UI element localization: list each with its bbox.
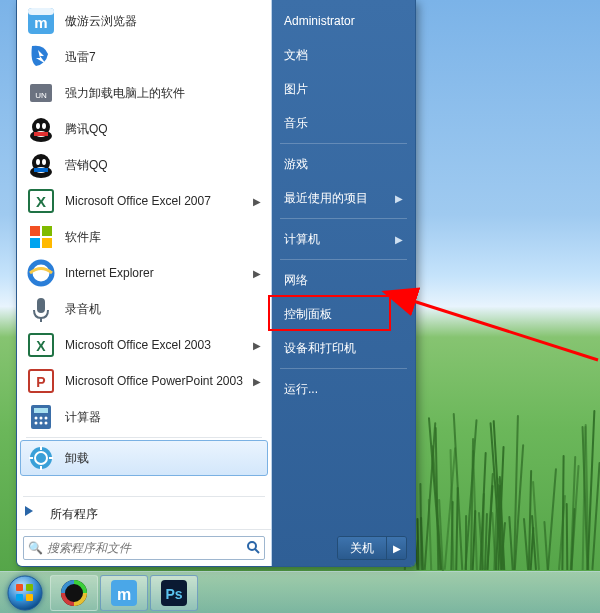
program-item-recorder[interactable]: 录音机 [20, 291, 268, 327]
calc-icon [25, 401, 57, 433]
program-item-thunder[interactable]: 迅雷7 [20, 39, 268, 75]
rightpanel-item[interactable]: 计算机▶ [272, 222, 415, 256]
svg-rect-16 [34, 168, 48, 172]
rightpanel-item[interactable]: 运行... [272, 372, 415, 406]
svg-point-35 [35, 422, 38, 425]
program-item-qq-blue[interactable]: 营销QQ [20, 147, 268, 183]
rightpanel-label: 控制面板 [284, 306, 403, 323]
submenu-arrow-icon: ▶ [395, 193, 403, 204]
program-item-qq[interactable]: 腾讯QQ [20, 111, 268, 147]
start-menu-left-panel: m傲游云浏览器迅雷7UN强力卸载电脑上的软件腾讯QQ营销QQXMicrosoft… [17, 0, 272, 566]
rightpanel-label: 音乐 [284, 115, 403, 132]
svg-rect-19 [30, 226, 40, 236]
program-item-softlib[interactable]: 软件库 [20, 219, 268, 255]
shutdown-button[interactable]: 关机 [338, 537, 386, 559]
svg-text:P: P [36, 374, 45, 390]
rightpanel-label: 计算机 [284, 231, 395, 248]
excel2003-icon: X [25, 329, 57, 361]
program-item-ppt2003[interactable]: PMicrosoft Office PowerPoint 2003▶ [20, 363, 268, 399]
separator [26, 437, 262, 438]
rightpanel-label: 文档 [284, 47, 403, 64]
all-programs-label: 所有程序 [50, 506, 98, 523]
shutdown-options-button[interactable]: ▶ [386, 537, 406, 559]
taskbar-button-photoshop-app[interactable]: Ps [150, 575, 198, 611]
softlib-icon [25, 221, 57, 253]
program-label: 傲游云浏览器 [65, 14, 263, 28]
uninstall-gear-icon [25, 442, 57, 474]
start-menu-right-panel: Administrator文档图片音乐游戏最近使用的项目▶计算机▶网络控制面板设… [272, 0, 415, 566]
taskbar-button-swirl-app[interactable] [50, 575, 98, 611]
svg-point-34 [45, 417, 48, 420]
qq-blue-icon [25, 149, 57, 181]
all-programs-button[interactable]: 所有程序 [17, 499, 271, 529]
maxthon-icon: m [25, 5, 57, 37]
program-label: Microsoft Office Excel 2003 [65, 338, 253, 352]
thunder-icon [25, 41, 57, 73]
program-list: m傲游云浏览器迅雷7UN强力卸载电脑上的软件腾讯QQ营销QQXMicrosoft… [17, 0, 271, 494]
search-icon-left: 🔍 [28, 541, 43, 555]
taskbar-button-maxthon-app[interactable]: m [100, 575, 148, 611]
start-orb[interactable] [4, 572, 46, 614]
search-row: 🔍 [17, 529, 271, 566]
svg-line-46 [255, 549, 259, 553]
submenu-arrow-icon: ▶ [253, 196, 261, 207]
svg-rect-22 [42, 238, 52, 248]
rightpanel-item[interactable]: 音乐 [272, 106, 415, 140]
rightpanel-item[interactable]: Administrator [272, 4, 415, 38]
program-label: 迅雷7 [65, 50, 263, 64]
program-item-uninstall-gear[interactable]: 卸载 [20, 440, 268, 476]
search-box[interactable]: 🔍 [23, 536, 265, 560]
svg-rect-24 [37, 298, 45, 313]
separator [280, 259, 407, 260]
svg-point-15 [42, 159, 46, 165]
svg-rect-20 [42, 226, 52, 236]
taskbar-buttons: mPs [48, 575, 198, 611]
rightpanel-item[interactable]: 图片 [272, 72, 415, 106]
program-item-ie[interactable]: Internet Explorer▶ [20, 255, 268, 291]
program-item-excel2007[interactable]: XMicrosoft Office Excel 2007▶ [20, 183, 268, 219]
ie-icon [25, 257, 57, 289]
separator [280, 143, 407, 144]
program-item-maxthon[interactable]: m傲游云浏览器 [20, 3, 268, 39]
svg-rect-52 [16, 594, 23, 601]
ppt2003-icon: P [25, 365, 57, 397]
search-input[interactable] [47, 541, 240, 555]
program-item-uninstall[interactable]: UN强力卸载电脑上的软件 [20, 75, 268, 111]
rightpanel-item[interactable]: 设备和打印机 [272, 331, 415, 365]
svg-rect-21 [30, 238, 40, 248]
rightpanel-item[interactable]: 最近使用的项目▶ [272, 181, 415, 215]
shutdown-label: 关机 [350, 540, 374, 557]
rightpanel-label: 游戏 [284, 156, 403, 173]
rightpanel-label: 最近使用的项目 [284, 190, 395, 207]
svg-point-33 [40, 417, 43, 420]
program-label: 腾讯QQ [65, 122, 263, 136]
submenu-arrow-icon: ▶ [253, 268, 261, 279]
rightpanel-item[interactable]: 游戏 [272, 147, 415, 181]
svg-text:X: X [36, 193, 46, 210]
rightpanel-item[interactable]: 文档 [272, 38, 415, 72]
taskbar: mPs [0, 571, 600, 613]
submenu-arrow-icon: ▶ [253, 340, 261, 351]
svg-text:m: m [117, 586, 131, 603]
program-label: 强力卸载电脑上的软件 [65, 86, 263, 100]
svg-text:Ps: Ps [165, 586, 182, 602]
program-item-calc[interactable]: 计算器 [20, 399, 268, 435]
rightpanel-label: 设备和打印机 [284, 340, 403, 357]
uninstall-icon: UN [25, 77, 57, 109]
rightpanel-item[interactable]: 网络 [272, 263, 415, 297]
ps-icon: Ps [159, 578, 189, 608]
svg-rect-51 [26, 584, 33, 591]
svg-point-9 [42, 123, 46, 129]
svg-text:UN: UN [35, 91, 47, 100]
rightpanel-item[interactable]: 控制面板 [272, 297, 415, 331]
svg-point-8 [36, 123, 40, 129]
program-item-excel2003[interactable]: XMicrosoft Office Excel 2003▶ [20, 327, 268, 363]
arrow-right-icon [22, 504, 42, 524]
svg-point-23 [30, 262, 52, 284]
search-icon[interactable] [240, 540, 260, 557]
submenu-arrow-icon: ▶ [253, 376, 261, 387]
program-label: 软件库 [65, 230, 263, 244]
svg-rect-53 [26, 594, 33, 601]
submenu-arrow-icon: ▶ [395, 234, 403, 245]
rightpanel-label: 网络 [284, 272, 403, 289]
